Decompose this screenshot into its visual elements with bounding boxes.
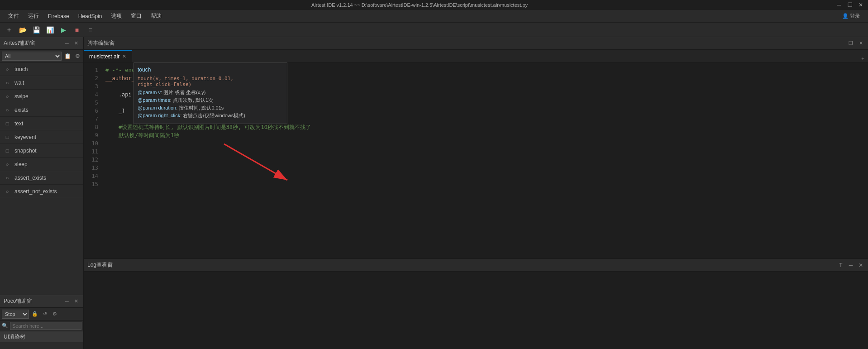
code-editor: 12345 678910 1112131415 # -*- encoding=u…	[84, 62, 868, 258]
open-button[interactable]: 📂	[17, 24, 28, 35]
menu-options[interactable]: 选项	[106, 10, 126, 22]
exists-icon: ○	[4, 106, 11, 114]
airtest-item-list: ○ touch ○ wait ○ swipe ○ exists □ text	[0, 62, 83, 295]
poco-settings-icon[interactable]: ⚙	[51, 310, 59, 318]
snapshot-icon: □	[4, 147, 11, 154]
menu-firebase[interactable]: Firebase	[43, 11, 74, 21]
tooltip-code: touch(v, times=1, duration=0.01, right_c…	[138, 76, 283, 87]
tooltip-popup: touch touch(v, times=1, duration=0.01, r…	[134, 62, 287, 124]
poco-lock-icon[interactable]: 🔒	[31, 310, 39, 318]
airtest-item-keyevent[interactable]: □ keyevent	[0, 130, 83, 144]
log-close-icon[interactable]: ✕	[857, 262, 864, 269]
menu-help[interactable]: 帮助	[146, 10, 166, 22]
tooltip-title: touch	[138, 67, 283, 73]
airtest-item-wait[interactable]: ○ wait	[0, 76, 83, 90]
poco-mode-select[interactable]: Stop	[2, 310, 29, 319]
editor-restore-icon[interactable]: ❐	[847, 40, 854, 47]
airtest-minimize-icon[interactable]: ─	[63, 40, 71, 47]
sleep-icon: ○	[4, 161, 11, 168]
code-line-8: #设置随机式等待时长, 默认识别图片时间是38秒, 可改为10秒找不到就不找了	[105, 123, 864, 131]
code-line-14	[105, 172, 864, 180]
poco-panel-header: Poco辅助窗 ─ ✕	[0, 295, 83, 308]
editor-title: 脚本编辑窗	[87, 39, 114, 47]
swipe-label: swipe	[14, 93, 29, 100]
airtest-item-exists[interactable]: ○ exists	[0, 103, 83, 117]
menu-headspin[interactable]: HeadSpin	[74, 11, 107, 21]
code-line-9: 默认换/等时间间隔为1秒	[105, 131, 864, 139]
menu-bar: 文件 运行 Firebase HeadSpin 选项 窗口 帮助 👤 登录	[0, 10, 868, 23]
airtest-title: Airtest辅助窗	[4, 39, 35, 47]
tooltip-param-4: @param right_click: 右键点击(仅限windows模式)	[138, 112, 283, 119]
title-bar: Airtest IDE v1.2.14 ~~ D:\software\Airte…	[0, 0, 868, 10]
text-icon: □	[4, 120, 11, 127]
main-layout: Airtest辅助窗 ─ ✕ All 📋 ⚙ ○ touch	[0, 37, 868, 349]
airtest-item-touch[interactable]: ○ touch	[0, 62, 83, 76]
user-icon: 👤	[842, 13, 849, 19]
sleep-label: sleep	[14, 161, 28, 167]
airtest-close-icon[interactable]: ✕	[72, 40, 80, 47]
touch-icon: ○	[4, 66, 11, 73]
editor-close-icon[interactable]: ✕	[857, 40, 864, 47]
run-button[interactable]: ▶	[58, 24, 69, 35]
menu-file[interactable]: 文件	[4, 10, 24, 22]
airtest-item-assert-exists[interactable]: ○ assert_exists	[0, 171, 83, 185]
tab-close-icon[interactable]: ✕	[122, 53, 126, 59]
snapshot-label: snapshot	[14, 148, 37, 154]
airtest-item-sleep[interactable]: ○ sleep	[0, 158, 83, 171]
menu-run[interactable]: 运行	[24, 10, 43, 22]
log-filter-icon[interactable]: T	[837, 262, 844, 269]
airtest-filter-select[interactable]: All	[2, 52, 62, 61]
log-title: Log查看窗	[87, 261, 113, 269]
tabs-bar: musictest.air ✕ ＋	[84, 50, 868, 62]
minimize-button[interactable]: ─	[835, 1, 843, 9]
assert-exists-icon: ○	[4, 174, 11, 182]
airtest-item-snapshot[interactable]: □ snapshot	[0, 144, 83, 158]
airtest-item-assert-not-exists[interactable]: ○ assert_not_exists	[0, 185, 83, 198]
swipe-icon: ○	[4, 93, 11, 100]
log-minimize-icon[interactable]: ─	[847, 262, 854, 269]
menu-button[interactable]: ≡	[85, 24, 96, 35]
poco-controls: Stop 🔒 ↺ ⚙	[0, 308, 83, 320]
assert-not-exists-label: assert_not_exists	[14, 188, 57, 195]
restore-button[interactable]: ❐	[846, 1, 854, 9]
log-panel: Log查看窗 T ─ ✕	[84, 258, 868, 349]
wait-icon: ○	[4, 79, 11, 86]
filter-icon2[interactable]: ⚙	[73, 52, 81, 60]
stop-button[interactable]: ■	[72, 24, 82, 35]
poco-tree-label: UI渲染树	[0, 331, 83, 342]
toolbar: ＋ 📂 💾 📊 ▶ ■ ≡	[0, 23, 868, 37]
touch-label: touch	[14, 66, 28, 72]
airtest-filter-row: All 📋 ⚙	[0, 50, 83, 62]
export-button[interactable]: 📊	[44, 24, 55, 35]
wait-label: wait	[14, 80, 24, 86]
center-panel: 脚本编辑窗 ❐ ✕ musictest.air ✕ ＋ 12345 678910…	[84, 37, 868, 349]
poco-minimize-icon[interactable]: ─	[63, 298, 71, 305]
code-line-10	[105, 139, 864, 148]
airtest-item-swipe[interactable]: ○ swipe	[0, 90, 83, 103]
airtest-item-text[interactable]: □ text	[0, 117, 83, 130]
add-tab-icon[interactable]: ＋	[859, 55, 866, 62]
filter-icon1[interactable]: 📋	[63, 52, 72, 60]
tooltip-param-2: @param times: 点击次数, 默认1次	[138, 97, 283, 104]
assert-exists-label: assert_exists	[14, 175, 46, 181]
menu-window[interactable]: 窗口	[126, 10, 146, 22]
text-label: text	[14, 120, 23, 127]
close-button[interactable]: ✕	[857, 1, 864, 9]
poco-refresh-icon[interactable]: ↺	[41, 310, 49, 318]
tooltip-param-3: @param duration: 按住时间, 默认0.01s	[138, 105, 283, 111]
title-text: Airtest IDE v1.2.14 ~~ D:\software\Airte…	[4, 2, 835, 8]
poco-search-icon: 🔍	[2, 323, 8, 329]
poco-panel: Poco辅助窗 ─ ✕ Stop 🔒 ↺ ⚙ 🔍 UI渲染树	[0, 295, 83, 349]
tab-label: musictest.air	[89, 53, 119, 60]
editor-header: 脚本编辑窗 ❐ ✕	[84, 37, 868, 50]
assert-not-exists-icon: ○	[4, 188, 11, 195]
poco-search-row: 🔍	[0, 320, 83, 331]
login-label[interactable]: 👤 登录	[838, 11, 864, 21]
tab-musictest[interactable]: musictest.air ✕	[84, 50, 132, 62]
save-button[interactable]: 💾	[31, 24, 42, 35]
line-numbers: 12345 678910 1112131415	[84, 62, 102, 258]
code-line-13	[105, 164, 864, 172]
poco-search-input[interactable]	[10, 322, 81, 330]
poco-close-icon[interactable]: ✕	[72, 298, 80, 305]
new-button[interactable]: ＋	[4, 24, 14, 35]
